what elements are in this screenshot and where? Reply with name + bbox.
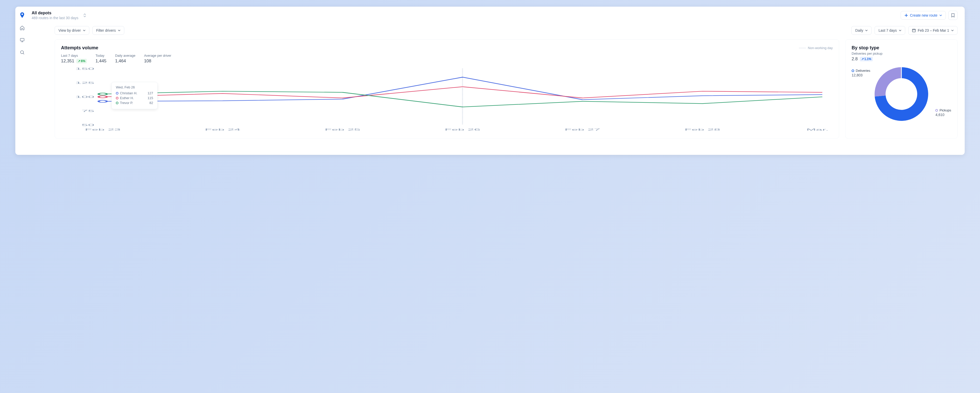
svg-text:Feb 26: Feb 26 xyxy=(445,128,480,131)
stoptype-title: By stop type xyxy=(852,45,951,51)
svg-point-11 xyxy=(99,93,107,95)
svg-text:Feb 27: Feb 27 xyxy=(565,128,600,131)
svg-text:Feb 24: Feb 24 xyxy=(205,128,240,131)
date-range-picker[interactable]: Feb 23 – Feb Mar 1 xyxy=(908,26,958,35)
topbar-actions: Create new route xyxy=(900,11,958,20)
stat-label: Daily average xyxy=(115,54,135,58)
chevron-down-icon xyxy=(939,14,942,16)
chart-tooltip: Wed, Feb 26 Christian H.127Esther H.115T… xyxy=(111,82,158,109)
pickups-label: Pickups 4,610 xyxy=(935,109,951,117)
view-by-dropdown[interactable]: View by driver xyxy=(55,26,89,35)
svg-point-10 xyxy=(99,96,107,98)
app-window: All depots 469 routes in the last 30 day… xyxy=(15,6,965,155)
svg-text:Mar. 1: Mar. 1 xyxy=(807,128,833,131)
granularity-label: Daily xyxy=(855,28,863,32)
filters-row: View by driver Filter drivers Daily Last… xyxy=(29,24,965,39)
pickups-value: 4,610 xyxy=(935,113,951,117)
tooltip-date: Wed, Feb 26 xyxy=(116,85,153,89)
ring-icon xyxy=(935,109,938,112)
range-preset-dropdown[interactable]: Last 7 days xyxy=(875,26,905,35)
stop-type-card: By stop type Deliveries per pickup 2.8 ↗… xyxy=(845,39,958,139)
stoptype-sublabel: Deliveries per pickup xyxy=(852,52,951,56)
chevron-down-icon xyxy=(951,30,954,31)
stoptype-ratio: 2.8 xyxy=(852,56,858,62)
svg-text:Feb 23: Feb 23 xyxy=(85,128,121,131)
filter-drivers-dropdown[interactable]: Filter drivers xyxy=(92,26,124,35)
depot-subtitle: 469 routes in the last 30 days xyxy=(32,16,78,20)
trend-up-badge: ↗ 1.1% xyxy=(860,57,873,61)
create-route-label: Create new route xyxy=(910,13,937,18)
chevron-down-icon xyxy=(83,30,86,31)
depot-title: All depots xyxy=(32,11,78,15)
trend-up-badge: ↗ 6% xyxy=(76,59,87,63)
stat-per-driver: Average per driver 108 xyxy=(144,54,171,64)
updown-caret-icon xyxy=(83,14,86,17)
svg-text:100: 100 xyxy=(75,95,94,98)
svg-text:Feb 28: Feb 28 xyxy=(684,128,720,131)
stat-today: Today 1,445 xyxy=(95,54,107,64)
svg-text:Feb 25: Feb 25 xyxy=(325,128,360,131)
stat-daily-avg: Daily average 1,464 xyxy=(115,54,135,64)
filter-drivers-label: Filter drivers xyxy=(96,28,116,32)
range-preset-label: Last 7 days xyxy=(878,28,897,32)
svg-text:150: 150 xyxy=(75,67,94,70)
search-icon[interactable] xyxy=(19,50,25,55)
attempts-volume-card: Attempts volume Non-working day Last 7 d… xyxy=(55,39,839,139)
stoptype-donut-chart[interactable]: Deliveries 12,803 Pickups 4,610 xyxy=(852,65,951,123)
deliveries-value: 12,803 xyxy=(852,73,870,77)
monitor-icon[interactable] xyxy=(19,37,25,43)
bookmark-icon xyxy=(951,13,955,18)
stat-last7: Last 7 days 12,351 ↗ 6% xyxy=(61,54,87,64)
tooltip-row: Esther H.115 xyxy=(116,96,153,100)
svg-text:75: 75 xyxy=(82,109,94,112)
topbar: All depots 469 routes in the last 30 day… xyxy=(29,6,965,24)
legend-note-text: Non-working day xyxy=(808,46,833,50)
bookmark-button[interactable] xyxy=(948,11,958,20)
sidebar xyxy=(15,6,29,155)
main-content: All depots 469 routes in the last 30 day… xyxy=(29,6,965,155)
brand-pin-icon[interactable] xyxy=(19,12,25,18)
home-icon[interactable] xyxy=(19,25,25,31)
chevron-down-icon xyxy=(118,30,121,31)
view-by-label: View by driver xyxy=(59,28,81,32)
tooltip-row: Trevor P.82 xyxy=(116,101,153,105)
date-range-label: Feb 23 – Feb Mar 1 xyxy=(918,28,949,32)
dashboard-content: Attempts volume Non-working day Last 7 d… xyxy=(29,39,965,144)
stat-value: 12,351 xyxy=(61,59,74,64)
chevron-down-icon xyxy=(865,30,868,31)
create-route-button[interactable]: Create new route xyxy=(900,11,946,20)
stat-value: 108 xyxy=(144,59,171,64)
stat-label: Average per driver xyxy=(144,54,171,58)
svg-rect-2 xyxy=(912,29,915,32)
svg-rect-0 xyxy=(21,38,24,41)
granularity-dropdown[interactable]: Daily xyxy=(851,26,872,35)
attempts-stats: Last 7 days 12,351 ↗ 6% Today 1,445 Dail… xyxy=(61,54,833,64)
stat-label: Last 7 days xyxy=(61,54,87,58)
attempts-line-chart[interactable]: 5075100125150Feb 23Feb 24Feb 25Feb 26Feb… xyxy=(61,66,833,133)
svg-point-1 xyxy=(21,51,24,54)
svg-point-9 xyxy=(99,101,107,102)
stat-label: Today xyxy=(95,54,107,58)
svg-text:50: 50 xyxy=(82,123,94,126)
chevron-down-icon xyxy=(899,30,901,31)
ring-icon xyxy=(852,70,854,72)
stat-value: 1,445 xyxy=(95,59,107,64)
dashed-line-icon xyxy=(799,48,806,48)
tooltip-row: Christian H.127 xyxy=(116,91,153,95)
stat-value: 1,464 xyxy=(115,59,135,64)
deliveries-label: Deliveries 12,803 xyxy=(852,69,870,77)
non-working-day-legend: Non-working day xyxy=(799,46,833,50)
svg-text:125: 125 xyxy=(75,81,94,84)
depot-selector[interactable]: All depots 469 routes in the last 30 day… xyxy=(32,11,86,20)
attempts-title: Attempts volume xyxy=(61,45,98,51)
calendar-icon xyxy=(912,29,916,32)
plus-icon xyxy=(904,14,908,17)
